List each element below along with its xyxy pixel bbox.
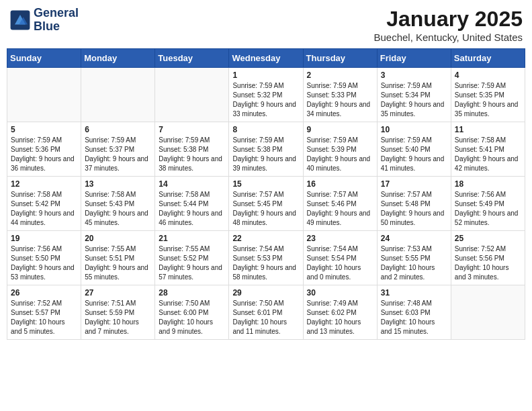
table-row: 4Sunrise: 7:59 AM Sunset: 5:35 PM Daylig… (451, 68, 525, 122)
table-row: 19Sunrise: 7:56 AM Sunset: 5:50 PM Dayli… (7, 231, 81, 285)
table-row: 20Sunrise: 7:55 AM Sunset: 5:51 PM Dayli… (81, 231, 155, 285)
table-row: 9Sunrise: 7:59 AM Sunset: 5:39 PM Daylig… (303, 122, 377, 177)
day-number: 18 (455, 179, 521, 189)
day-number: 12 (11, 179, 77, 189)
day-number: 10 (381, 125, 447, 134)
table-row: 1Sunrise: 7:59 AM Sunset: 5:32 PM Daylig… (229, 68, 303, 122)
day-number: 27 (85, 288, 151, 298)
table-row: 18Sunrise: 7:56 AM Sunset: 5:49 PM Dayli… (451, 177, 525, 231)
day-detail: Sunrise: 7:49 AM Sunset: 6:02 PM Dayligh… (307, 299, 373, 336)
day-number: 14 (159, 179, 225, 189)
calendar-week-row: 5Sunrise: 7:59 AM Sunset: 5:36 PM Daylig… (7, 122, 525, 177)
table-row: 7Sunrise: 7:59 AM Sunset: 5:38 PM Daylig… (155, 122, 229, 177)
col-tuesday: Tuesday (155, 49, 229, 68)
day-detail: Sunrise: 7:58 AM Sunset: 5:42 PM Dayligh… (11, 190, 77, 228)
calendar-week-row: 19Sunrise: 7:56 AM Sunset: 5:50 PM Dayli… (7, 231, 525, 285)
day-detail: Sunrise: 7:56 AM Sunset: 5:50 PM Dayligh… (11, 244, 77, 282)
col-sunday: Sunday (7, 49, 81, 68)
col-monday: Monday (81, 49, 155, 68)
month-year: January 2025 (373, 7, 523, 32)
day-number: 5 (11, 125, 77, 134)
table-row: 28Sunrise: 7:50 AM Sunset: 6:00 PM Dayli… (155, 285, 229, 340)
day-number: 2 (307, 71, 373, 80)
day-detail: Sunrise: 7:55 AM Sunset: 5:52 PM Dayligh… (159, 244, 225, 282)
day-number: 11 (455, 125, 521, 134)
table-row (451, 285, 525, 340)
logo-line2: Blue (34, 20, 79, 34)
table-row: 13Sunrise: 7:58 AM Sunset: 5:43 PM Dayli… (81, 177, 155, 231)
day-detail: Sunrise: 7:58 AM Sunset: 5:44 PM Dayligh… (159, 190, 225, 228)
day-number: 20 (85, 234, 151, 243)
header: General Blue January 2025 Buechel, Kentu… (7, 7, 525, 43)
table-row: 17Sunrise: 7:57 AM Sunset: 5:48 PM Dayli… (377, 177, 451, 231)
table-row: 27Sunrise: 7:51 AM Sunset: 5:59 PM Dayli… (81, 285, 155, 340)
day-detail: Sunrise: 7:57 AM Sunset: 5:48 PM Dayligh… (381, 190, 447, 228)
day-detail: Sunrise: 7:54 AM Sunset: 5:54 PM Dayligh… (307, 244, 373, 282)
day-number: 29 (232, 288, 299, 298)
day-detail: Sunrise: 7:54 AM Sunset: 5:53 PM Dayligh… (232, 244, 299, 282)
day-detail: Sunrise: 7:57 AM Sunset: 5:45 PM Dayligh… (232, 190, 299, 228)
day-detail: Sunrise: 7:53 AM Sunset: 5:55 PM Dayligh… (381, 244, 447, 282)
day-detail: Sunrise: 7:51 AM Sunset: 5:59 PM Dayligh… (85, 299, 151, 336)
day-detail: Sunrise: 7:57 AM Sunset: 5:46 PM Dayligh… (307, 190, 373, 228)
table-row: 14Sunrise: 7:58 AM Sunset: 5:44 PM Dayli… (155, 177, 229, 231)
logo-text: General Blue (34, 7, 79, 34)
day-detail: Sunrise: 7:58 AM Sunset: 5:41 PM Dayligh… (455, 136, 521, 173)
logo-line1: General (34, 7, 79, 20)
day-number: 26 (11, 288, 77, 298)
table-row (81, 68, 155, 122)
table-row: 15Sunrise: 7:57 AM Sunset: 5:45 PM Dayli… (229, 177, 303, 231)
day-detail: Sunrise: 7:48 AM Sunset: 6:03 PM Dayligh… (381, 299, 447, 336)
day-number: 3 (381, 71, 447, 80)
day-detail: Sunrise: 7:59 AM Sunset: 5:35 PM Dayligh… (455, 81, 521, 119)
table-row: 21Sunrise: 7:55 AM Sunset: 5:52 PM Dayli… (155, 231, 229, 285)
day-detail: Sunrise: 7:52 AM Sunset: 5:56 PM Dayligh… (455, 244, 521, 282)
table-row: 3Sunrise: 7:59 AM Sunset: 5:34 PM Daylig… (377, 68, 451, 122)
day-detail: Sunrise: 7:56 AM Sunset: 5:49 PM Dayligh… (455, 190, 521, 228)
day-detail: Sunrise: 7:58 AM Sunset: 5:43 PM Dayligh… (85, 190, 151, 228)
day-number: 22 (232, 234, 299, 243)
logo-icon (9, 9, 31, 31)
day-number: 19 (11, 234, 77, 243)
calendar-week-row: 12Sunrise: 7:58 AM Sunset: 5:42 PM Dayli… (7, 177, 525, 231)
calendar-header-row: Sunday Monday Tuesday Wednesday Thursday… (7, 49, 525, 68)
day-number: 24 (381, 234, 447, 243)
day-detail: Sunrise: 7:59 AM Sunset: 5:40 PM Dayligh… (381, 136, 447, 173)
day-detail: Sunrise: 7:52 AM Sunset: 5:57 PM Dayligh… (11, 299, 77, 336)
day-detail: Sunrise: 7:50 AM Sunset: 6:00 PM Dayligh… (159, 299, 225, 336)
day-number: 6 (85, 125, 151, 134)
day-detail: Sunrise: 7:59 AM Sunset: 5:36 PM Dayligh… (11, 136, 77, 173)
day-detail: Sunrise: 7:59 AM Sunset: 5:34 PM Dayligh… (381, 81, 447, 119)
table-row: 29Sunrise: 7:50 AM Sunset: 6:01 PM Dayli… (229, 285, 303, 340)
day-number: 4 (455, 71, 521, 80)
day-number: 1 (232, 71, 299, 80)
day-number: 8 (232, 125, 299, 134)
day-detail: Sunrise: 7:59 AM Sunset: 5:38 PM Dayligh… (232, 136, 299, 173)
day-number: 9 (307, 125, 373, 134)
table-row: 30Sunrise: 7:49 AM Sunset: 6:02 PM Dayli… (303, 285, 377, 340)
table-row: 24Sunrise: 7:53 AM Sunset: 5:55 PM Dayli… (377, 231, 451, 285)
table-row: 8Sunrise: 7:59 AM Sunset: 5:38 PM Daylig… (229, 122, 303, 177)
table-row: 16Sunrise: 7:57 AM Sunset: 5:46 PM Dayli… (303, 177, 377, 231)
logo: General Blue (9, 7, 79, 34)
table-row: 22Sunrise: 7:54 AM Sunset: 5:53 PM Dayli… (229, 231, 303, 285)
location: Buechel, Kentucky, United States (373, 32, 523, 43)
table-row: 5Sunrise: 7:59 AM Sunset: 5:36 PM Daylig… (7, 122, 81, 177)
col-thursday: Thursday (303, 49, 377, 68)
day-detail: Sunrise: 7:50 AM Sunset: 6:01 PM Dayligh… (232, 299, 299, 336)
day-number: 15 (232, 179, 299, 189)
table-row: 12Sunrise: 7:58 AM Sunset: 5:42 PM Dayli… (7, 177, 81, 231)
title-section: January 2025 Buechel, Kentucky, United S… (373, 7, 523, 43)
day-number: 17 (381, 179, 447, 189)
day-number: 25 (455, 234, 521, 243)
table-row (7, 68, 81, 122)
table-row: 31Sunrise: 7:48 AM Sunset: 6:03 PM Dayli… (377, 285, 451, 340)
table-row: 2Sunrise: 7:59 AM Sunset: 5:33 PM Daylig… (303, 68, 377, 122)
col-wednesday: Wednesday (229, 49, 303, 68)
day-number: 31 (381, 288, 447, 298)
table-row: 26Sunrise: 7:52 AM Sunset: 5:57 PM Dayli… (7, 285, 81, 340)
day-number: 21 (159, 234, 225, 243)
day-detail: Sunrise: 7:59 AM Sunset: 5:37 PM Dayligh… (85, 136, 151, 173)
table-row: 11Sunrise: 7:58 AM Sunset: 5:41 PM Dayli… (451, 122, 525, 177)
day-detail: Sunrise: 7:59 AM Sunset: 5:33 PM Dayligh… (307, 81, 373, 119)
